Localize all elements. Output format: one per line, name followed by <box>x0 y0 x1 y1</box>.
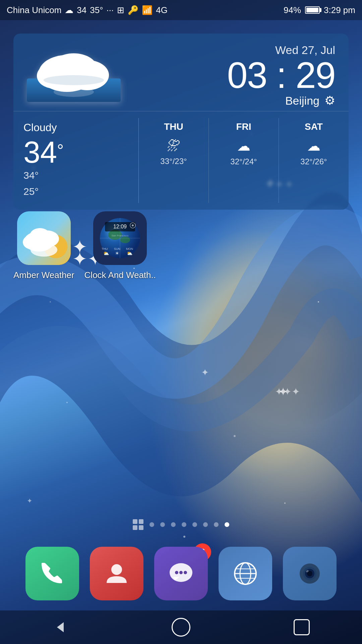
camera-icon <box>283 547 337 600</box>
battery-percent: 94% <box>284 5 301 15</box>
clock-time: 3:29 pm <box>324 5 355 15</box>
svg-point-50 <box>179 571 183 574</box>
svg-text:12:09: 12:09 <box>113 224 127 229</box>
nav-home-circle <box>172 618 190 637</box>
sat-temps: 32°/26° <box>300 157 327 166</box>
forecast-fri: FRI ☁ 32°/24° <box>209 118 279 203</box>
status-high: 35° <box>90 5 103 15</box>
battery-fill <box>306 8 318 12</box>
page-dot-7[interactable] <box>214 522 219 527</box>
contacts-icon <box>90 547 143 600</box>
svg-point-28 <box>30 228 50 243</box>
svg-point-33 <box>120 236 130 243</box>
app-amber-weather[interactable]: Amber Weather <box>13 211 74 280</box>
page-dot-6[interactable] <box>203 522 208 527</box>
widget-top: Wed 27, Jul 03 : 29 Beijing ⚙ <box>13 34 349 111</box>
temp-range: 34° 25° <box>23 167 128 200</box>
page-dot-3[interactable] <box>171 522 176 527</box>
widget-date: Wed 27, Jul <box>227 44 335 57</box>
status-temp: 34 <box>77 5 86 15</box>
grid-cell-2 <box>139 519 143 524</box>
sat-label: SAT <box>305 121 323 132</box>
browser-icon <box>219 547 272 600</box>
datetime-area: Wed 27, Jul 03 : 29 Beijing ⚙ <box>227 44 335 108</box>
messages-icon <box>154 547 208 600</box>
page-grid-indicator[interactable] <box>133 519 143 530</box>
svg-point-51 <box>184 571 187 574</box>
page-dot-1[interactable] <box>149 522 154 527</box>
thu-icon: ⛈ <box>167 138 180 153</box>
page-dot-2[interactable] <box>160 522 165 527</box>
nav-bar <box>0 610 362 644</box>
condition-text: Cloudy <box>23 121 128 134</box>
nav-home-button[interactable] <box>168 617 194 637</box>
forecast-thu: THU ⛈ 33°/23° <box>139 118 209 203</box>
app-clock-weather[interactable]: 12:09 ⛅ ☀ ⛅ THU SUN MON San Francisco C <box>84 211 156 280</box>
weather-widget[interactable]: Wed 27, Jul 03 : 29 Beijing ⚙ Cloudy 34 … <box>13 34 349 210</box>
dock-app-browser[interactable] <box>219 547 272 600</box>
svg-point-47 <box>111 564 122 575</box>
fri-temps: 32°/24° <box>230 157 257 166</box>
svg-point-29 <box>31 243 57 257</box>
page-dot-4[interactable] <box>182 522 186 527</box>
nav-recent-button[interactable] <box>288 617 315 637</box>
grid-cell-3 <box>133 525 137 530</box>
widget-bottom: Cloudy 34 ° 34° 25° THU ⛈ 33°/23° FRI ☁ … <box>13 111 349 210</box>
status-bar: China Unicom ☁ 34 35° ··· ⊞ 🔑 📶 4G 94% 3… <box>0 0 362 20</box>
svg-text:⛅: ⛅ <box>103 251 109 256</box>
dock-app-phone[interactable] <box>25 547 79 600</box>
temp-high: 34° <box>23 167 128 183</box>
amber-weather-label: Amber Weather <box>13 270 74 280</box>
temp-low: 25° <box>23 183 128 200</box>
svg-point-49 <box>175 571 178 574</box>
clock-weather-icon: 12:09 ⛅ ☀ ⛅ THU SUN MON San Francisco <box>93 211 147 265</box>
svg-text:SUN: SUN <box>114 247 120 251</box>
rotate-icon: ⊞ <box>117 5 124 15</box>
dock-app-contacts[interactable] <box>90 547 143 600</box>
apps-grid: Amber Weather <box>13 211 156 280</box>
clock-weather-label: Clock And Weath.. <box>84 270 156 280</box>
forecast-days: THU ⛈ 33°/23° FRI ☁ 32°/24° SAT ☁ 32°/26… <box>139 118 349 203</box>
battery-icon <box>305 6 320 14</box>
svg-point-15 <box>50 301 51 303</box>
svg-marker-63 <box>57 622 64 632</box>
carrier-name: China Unicom <box>7 5 61 15</box>
fri-icon: ☁ <box>237 138 250 154</box>
dock-app-messages[interactable]: 6 <box>154 547 208 600</box>
svg-text:⛅: ⛅ <box>127 251 133 256</box>
thu-label: THU <box>164 121 183 132</box>
fri-label: FRI <box>236 121 251 132</box>
clock-weather-icon-wrapper: 12:09 ⛅ ☀ ⛅ THU SUN MON San Francisco <box>93 211 147 265</box>
sparkle-3: ✦ <box>275 386 300 397</box>
amber-icon <box>17 211 71 265</box>
svg-text:✦: ✦ <box>201 367 209 378</box>
svg-text:☀: ☀ <box>115 251 119 256</box>
signal-4g: 4G <box>156 5 168 15</box>
svg-point-45 <box>132 224 134 226</box>
temp-degree-symbol: ° <box>57 141 64 160</box>
status-left: China Unicom ☁ 34 35° ··· ⊞ 🔑 📶 4G <box>7 5 168 15</box>
status-right: 94% 3:29 pm <box>284 5 355 15</box>
phone-icon <box>25 547 79 600</box>
svg-point-8 <box>234 435 236 437</box>
svg-point-22 <box>44 75 104 85</box>
grid-cell-4 <box>139 525 143 530</box>
key-icon: 🔑 <box>128 5 138 15</box>
nav-back-button[interactable] <box>47 617 74 637</box>
current-temp: 34 <box>23 137 57 167</box>
svg-text:San Francisco: San Francisco <box>112 234 129 237</box>
svg-text:✦: ✦ <box>27 497 33 504</box>
svg-text:THU: THU <box>102 247 108 251</box>
page-dot-5[interactable] <box>192 522 197 527</box>
forecast-sat: SAT ☁ 32°/26° <box>279 118 349 203</box>
battery-body <box>305 6 320 14</box>
svg-point-11 <box>66 402 68 403</box>
current-weather: Cloudy 34 ° 34° 25° <box>13 118 139 203</box>
cloud-illustration <box>27 48 121 103</box>
svg-text:MON: MON <box>126 247 133 251</box>
dock-app-camera[interactable] <box>283 547 337 600</box>
settings-gear-icon[interactable]: ⚙ <box>324 94 335 108</box>
page-dot-8-active[interactable] <box>225 522 229 527</box>
location-name: Beijing <box>285 94 319 107</box>
weather-status-icon: ☁ <box>65 5 73 15</box>
